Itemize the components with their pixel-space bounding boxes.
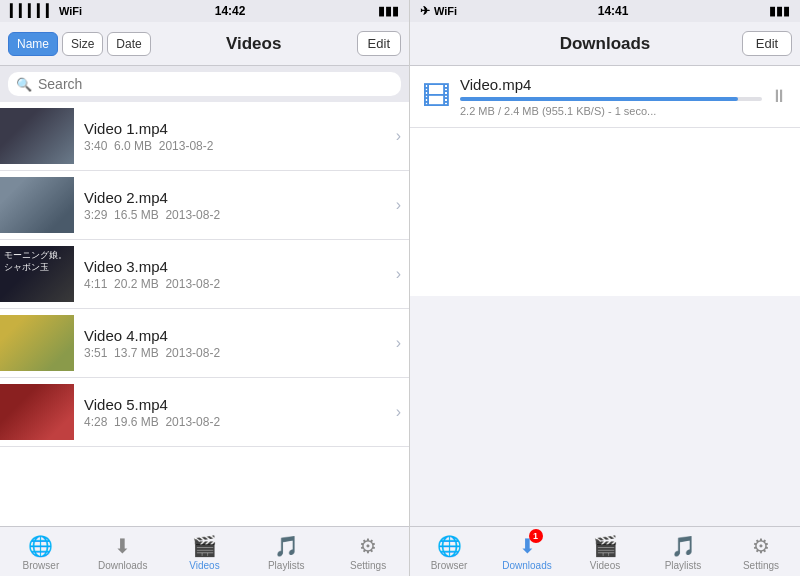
right-status-left: ✈ WiFi (420, 4, 457, 18)
table-row[interactable]: Video 2.mp4 3:29 16.5 MB 2013-08-2 › (0, 171, 409, 240)
progress-fill (460, 97, 738, 101)
signal-icon: ▎▎▎▎▎ (10, 4, 55, 18)
right-battery-icon: ▮▮▮ (769, 4, 790, 18)
video-thumbnail (0, 177, 74, 233)
video-thumbnail (0, 384, 74, 440)
right-tab-playlists-label: Playlists (665, 560, 702, 571)
airplane-icon: ✈ (420, 4, 430, 18)
video-meta: 3:29 16.5 MB 2013-08-2 (84, 208, 390, 222)
search-input-wrap: 🔍 (8, 72, 401, 96)
video-meta: 3:51 13.7 MB 2013-08-2 (84, 346, 390, 360)
video-info: Video 2.mp4 3:29 16.5 MB 2013-08-2 (84, 189, 390, 222)
status-left: ▎▎▎▎▎ WiFi (10, 4, 82, 18)
right-tab-videos-label: Videos (590, 560, 620, 571)
chevron-right-icon: › (396, 196, 401, 214)
right-tab-browser-label: Browser (431, 560, 468, 571)
table-row[interactable]: Video 5.mp4 4:28 19.6 MB 2013-08-2 › (0, 378, 409, 447)
video-name: Video 5.mp4 (84, 396, 390, 413)
status-right: ▮▮▮ (378, 4, 399, 18)
tab-settings[interactable]: ⚙ Settings (327, 530, 409, 573)
left-edit-button[interactable]: Edit (357, 31, 401, 56)
right-videos-icon: 🎬 (593, 534, 618, 558)
right-tab-settings[interactable]: ⚙ Settings (722, 530, 800, 573)
tab-browser[interactable]: 🌐 Browser (0, 530, 82, 573)
downloads-list: 🎞 Video.mp4 2.2 MB / 2.4 MB (955.1 KB/S)… (410, 66, 800, 296)
sort-size-button[interactable]: Size (62, 32, 103, 56)
video-info: Video 5.mp4 4:28 19.6 MB 2013-08-2 (84, 396, 390, 429)
left-panel: ▎▎▎▎▎ WiFi 14:42 ▮▮▮ Name Size Date Vide… (0, 0, 410, 576)
videos-icon: 🎬 (192, 534, 217, 558)
left-tab-bar: 🌐 Browser ⬇ Downloads 🎬 Videos 🎵 Playlis… (0, 526, 409, 576)
playlists-icon: 🎵 (274, 534, 299, 558)
download-info: Video.mp4 2.2 MB / 2.4 MB (955.1 KB/S) -… (460, 76, 762, 117)
right-tab-downloads[interactable]: ⬇ 1 Downloads (488, 530, 566, 573)
table-row[interactable]: モーニング娘。シャボン玉 Video 3.mp4 4:11 20.2 MB 20… (0, 240, 409, 309)
right-status-right: ▮▮▮ (769, 4, 790, 18)
table-row[interactable]: Video 1.mp4 3:40 6.0 MB 2013-08-2 › (0, 102, 409, 171)
right-tab-downloads-label: Downloads (502, 560, 551, 571)
tab-playlists-label: Playlists (268, 560, 305, 571)
tab-browser-label: Browser (23, 560, 60, 571)
chevron-right-icon: › (396, 265, 401, 283)
right-panel: ✈ WiFi 14:41 ▮▮▮ Downloads Edit 🎞 Video.… (410, 0, 800, 576)
right-nav-title: Downloads (468, 34, 742, 54)
left-time: 14:42 (215, 4, 246, 18)
browser-icon: 🌐 (28, 534, 53, 558)
video-name: Video 3.mp4 (84, 258, 390, 275)
search-input[interactable] (38, 76, 393, 92)
downloads-badge-wrap: ⬇ 1 (519, 534, 536, 558)
tab-videos[interactable]: 🎬 Videos (164, 530, 246, 573)
search-bar: 🔍 (0, 66, 409, 102)
right-edit-button[interactable]: Edit (742, 31, 792, 56)
right-tab-videos[interactable]: 🎬 Videos (566, 530, 644, 573)
video-name: Video 2.mp4 (84, 189, 390, 206)
video-name: Video 4.mp4 (84, 327, 390, 344)
right-nav-bar: Downloads Edit (410, 22, 800, 66)
video-thumbnail (0, 315, 74, 371)
video-info: Video 4.mp4 3:51 13.7 MB 2013-08-2 (84, 327, 390, 360)
video-list: Video 1.mp4 3:40 6.0 MB 2013-08-2 › Vide… (0, 102, 409, 526)
video-name: Video 1.mp4 (84, 120, 390, 137)
video-info: Video 1.mp4 3:40 6.0 MB 2013-08-2 (84, 120, 390, 153)
downloads-icon: ⬇ (114, 534, 131, 558)
video-thumbnail (0, 108, 74, 164)
video-info: Video 3.mp4 4:11 20.2 MB 2013-08-2 (84, 258, 390, 291)
video-meta: 4:11 20.2 MB 2013-08-2 (84, 277, 390, 291)
right-time: 14:41 (598, 4, 629, 18)
right-tab-bar: 🌐 Browser ⬇ 1 Downloads 🎬 Videos 🎵 Playl… (410, 526, 800, 576)
tab-settings-label: Settings (350, 560, 386, 571)
sort-date-button[interactable]: Date (107, 32, 150, 56)
tab-videos-label: Videos (189, 560, 219, 571)
right-spacer (410, 296, 800, 526)
right-tab-playlists[interactable]: 🎵 Playlists (644, 530, 722, 573)
pause-icon[interactable]: ⏸ (770, 86, 788, 107)
downloads-badge: 1 (529, 529, 543, 543)
search-icon: 🔍 (16, 77, 32, 92)
sort-name-button[interactable]: Name (8, 32, 58, 56)
battery-icon: ▮▮▮ (378, 4, 399, 18)
right-tab-settings-label: Settings (743, 560, 779, 571)
right-status-bar: ✈ WiFi 14:41 ▮▮▮ (410, 0, 800, 22)
right-wifi-icon: WiFi (434, 5, 457, 17)
chevron-right-icon: › (396, 127, 401, 145)
list-item[interactable]: 🎞 Video.mp4 2.2 MB / 2.4 MB (955.1 KB/S)… (410, 66, 800, 128)
right-browser-icon: 🌐 (437, 534, 462, 558)
wifi-icon: WiFi (59, 5, 82, 17)
tab-downloads-label: Downloads (98, 560, 147, 571)
left-status-bar: ▎▎▎▎▎ WiFi 14:42 ▮▮▮ (0, 0, 409, 22)
progress-bar (460, 97, 762, 101)
tab-downloads[interactable]: ⬇ Downloads (82, 530, 164, 573)
chevron-right-icon: › (396, 403, 401, 421)
left-nav-bar: Name Size Date Videos Edit (0, 22, 409, 66)
right-settings-icon: ⚙ (752, 534, 770, 558)
download-name: Video.mp4 (460, 76, 762, 93)
settings-icon: ⚙ (359, 534, 377, 558)
video-thumbnail: モーニング娘。シャボン玉 (0, 246, 74, 302)
film-icon: 🎞 (422, 80, 450, 113)
left-nav-title: Videos (155, 34, 353, 54)
right-playlists-icon: 🎵 (671, 534, 696, 558)
table-row[interactable]: Video 4.mp4 3:51 13.7 MB 2013-08-2 › (0, 309, 409, 378)
tab-playlists[interactable]: 🎵 Playlists (245, 530, 327, 573)
right-tab-browser[interactable]: 🌐 Browser (410, 530, 488, 573)
video-meta: 3:40 6.0 MB 2013-08-2 (84, 139, 390, 153)
